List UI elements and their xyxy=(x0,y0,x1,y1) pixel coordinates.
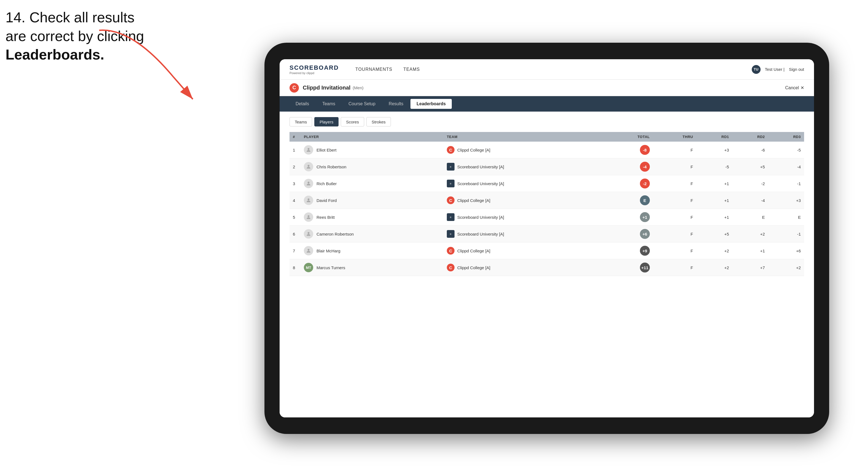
team-name: Scoreboard University [A] xyxy=(457,215,504,220)
filter-scores[interactable]: Scores xyxy=(341,117,364,126)
svg-point-1 xyxy=(308,148,310,150)
player-name: Cameron Robertson xyxy=(316,232,354,237)
player-name: Elliot Ebert xyxy=(316,148,337,152)
score-badge: +11 xyxy=(640,262,650,273)
player-avatar xyxy=(304,162,313,172)
cell-thru: F xyxy=(653,243,696,259)
cell-player: Blair McHarg xyxy=(301,243,443,259)
sign-out-link[interactable]: Sign out xyxy=(789,67,804,72)
cell-team: ≡Scoreboard University [A] xyxy=(443,158,605,175)
tab-details[interactable]: Details xyxy=(289,99,315,109)
tablet-screen: SCOREBOARD Powered by clippd TOURNAMENTS… xyxy=(280,59,814,417)
score-badge: +9 xyxy=(640,246,650,256)
player-name: Rich Butler xyxy=(316,181,337,186)
team-name: Scoreboard University [A] xyxy=(457,181,504,186)
table-row: 7 Blair McHargCClippd College [A]+9F+2+1… xyxy=(289,243,804,259)
tab-leaderboards[interactable]: Leaderboards xyxy=(410,99,452,109)
svg-point-4 xyxy=(308,198,310,200)
cell-rd3: -5 xyxy=(768,142,804,158)
cell-rank: 7 xyxy=(289,243,301,259)
cell-player: David Ford xyxy=(301,192,443,209)
tablet-frame: SCOREBOARD Powered by clippd TOURNAMENTS… xyxy=(265,43,829,434)
svg-point-2 xyxy=(308,165,310,167)
cell-rd2: +2 xyxy=(732,226,768,243)
cell-rd2: +1 xyxy=(732,243,768,259)
leaderboard-table: # PLAYER TEAM TOTAL THRU RD1 RD2 RD3 1 E… xyxy=(289,132,804,276)
player-avatar xyxy=(304,229,313,239)
col-rd3: RD3 xyxy=(768,132,804,142)
col-team: TEAM xyxy=(443,132,605,142)
team-name: Clippd College [A] xyxy=(457,265,490,270)
tab-results[interactable]: Results xyxy=(383,99,409,109)
cell-total: -8 xyxy=(605,142,653,158)
player-avatar xyxy=(304,145,313,155)
tab-bar: Details Teams Course Setup Results Leade… xyxy=(280,96,814,112)
cell-rank: 5 xyxy=(289,209,301,226)
table-row: 4 David FordCClippd College [A]EF+1-4+3 xyxy=(289,192,804,209)
player-name: David Ford xyxy=(316,198,337,203)
cell-rank: 6 xyxy=(289,226,301,243)
cell-rank: 8 xyxy=(289,259,301,276)
logo-area: SCOREBOARD Powered by clippd xyxy=(289,64,339,75)
cell-player: Elliot Ebert xyxy=(301,142,443,158)
logo-sub: Powered by clippd xyxy=(289,71,339,75)
cell-total: -2 xyxy=(605,175,653,192)
cell-rd1: +2 xyxy=(696,259,732,276)
cell-team: CClippd College [A] xyxy=(443,243,605,259)
tournament-name: Clippd Invitational xyxy=(303,85,350,91)
cell-rd3: -4 xyxy=(768,158,804,175)
cell-rank: 4 xyxy=(289,192,301,209)
player-name: Chris Robertson xyxy=(316,164,346,169)
team-name: Clippd College [A] xyxy=(457,249,490,253)
cell-thru: F xyxy=(653,192,696,209)
cell-total: +9 xyxy=(605,243,653,259)
score-badge: E xyxy=(640,195,650,205)
cell-thru: F xyxy=(653,209,696,226)
tab-teams[interactable]: Teams xyxy=(316,99,341,109)
cell-rd1: -5 xyxy=(696,158,732,175)
player-avatar xyxy=(304,246,313,255)
tab-course-setup[interactable]: Course Setup xyxy=(342,99,381,109)
cell-rd1: +1 xyxy=(696,209,732,226)
cell-rd3: +2 xyxy=(768,259,804,276)
cell-player: Chris Robertson xyxy=(301,158,443,175)
filter-teams[interactable]: Teams xyxy=(289,117,312,126)
cell-player: Rees Britt xyxy=(301,209,443,226)
nav-tournaments[interactable]: TOURNAMENTS xyxy=(355,66,392,73)
team-logo-clippd: C xyxy=(447,146,455,154)
col-player: PLAYER xyxy=(301,132,443,142)
cell-rd2: E xyxy=(732,209,768,226)
cell-player: Rich Butler xyxy=(301,175,443,192)
user-label: Test User | xyxy=(765,67,784,72)
player-name: Marcus Turners xyxy=(316,265,345,270)
cell-team: ≡Scoreboard University [A] xyxy=(443,209,605,226)
cell-rd1: +3 xyxy=(696,142,732,158)
cell-team: CClippd College [A] xyxy=(443,142,605,158)
cell-team: CClippd College [A] xyxy=(443,259,605,276)
cancel-button[interactable]: Cancel ✕ xyxy=(785,85,804,90)
cell-rd1: +1 xyxy=(696,175,732,192)
team-name: Clippd College [A] xyxy=(457,148,490,152)
cell-rd2: -6 xyxy=(732,142,768,158)
nav-teams[interactable]: TEAMS xyxy=(403,66,420,73)
cell-rank: 1 xyxy=(289,142,301,158)
cell-total: +1 xyxy=(605,209,653,226)
cell-total: E xyxy=(605,192,653,209)
cell-thru: F xyxy=(653,226,696,243)
cell-rd2: +5 xyxy=(732,158,768,175)
cell-rd3: +3 xyxy=(768,192,804,209)
filter-players[interactable]: Players xyxy=(314,117,339,126)
cell-rd3: +6 xyxy=(768,243,804,259)
table-row: 8MTMarcus TurnersCClippd College [A]+11F… xyxy=(289,259,804,276)
user-avatar: TU xyxy=(752,65,761,74)
cell-rank: 3 xyxy=(289,175,301,192)
filter-strokes[interactable]: Strokes xyxy=(366,117,391,126)
team-logo-scoreboard: ≡ xyxy=(447,180,455,187)
team-name: Scoreboard University [A] xyxy=(457,232,504,237)
cell-player: MTMarcus Turners xyxy=(301,259,443,276)
col-rank: # xyxy=(289,132,301,142)
cancel-icon: ✕ xyxy=(801,85,804,90)
content-area: Teams Players Scores Strokes # PLAYER TE… xyxy=(280,112,814,417)
logo-text: SCOREBOARD xyxy=(289,64,339,71)
score-badge: +1 xyxy=(640,212,650,222)
